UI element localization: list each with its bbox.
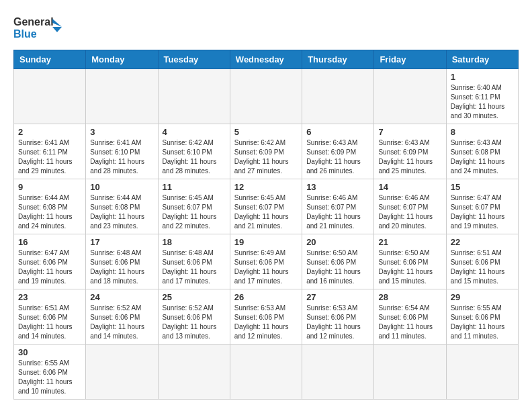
day-info: Sunrise: 6:47 AM Sunset: 6:06 PM Dayligh… xyxy=(18,248,81,286)
calendar-day-cell: 18Sunrise: 6:48 AM Sunset: 6:06 PM Dayli… xyxy=(158,234,230,289)
day-number: 9 xyxy=(18,182,81,192)
calendar-day-cell xyxy=(374,345,446,400)
day-info: Sunrise: 6:42 AM Sunset: 6:10 PM Dayligh… xyxy=(163,138,226,176)
day-info: Sunrise: 6:44 AM Sunset: 6:08 PM Dayligh… xyxy=(18,193,81,231)
day-info: Sunrise: 6:41 AM Sunset: 6:10 PM Dayligh… xyxy=(90,138,153,176)
svg-marker-3 xyxy=(52,27,62,32)
day-number: 2 xyxy=(18,127,81,137)
weekday-header: Monday xyxy=(86,50,158,69)
day-number: 1 xyxy=(451,72,514,82)
day-info: Sunrise: 6:44 AM Sunset: 6:08 PM Dayligh… xyxy=(90,193,153,231)
day-number: 23 xyxy=(18,292,81,302)
calendar-header-row: SundayMondayTuesdayWednesdayThursdayFrid… xyxy=(14,50,519,69)
day-info: Sunrise: 6:45 AM Sunset: 6:07 PM Dayligh… xyxy=(234,193,298,231)
calendar-week-row: 9Sunrise: 6:44 AM Sunset: 6:08 PM Daylig… xyxy=(14,179,519,234)
day-number: 16 xyxy=(18,237,81,247)
weekday-header: Saturday xyxy=(446,50,518,69)
calendar-day-cell: 14Sunrise: 6:46 AM Sunset: 6:07 PM Dayli… xyxy=(374,179,446,234)
svg-text:Blue: Blue xyxy=(13,28,37,40)
day-info: Sunrise: 6:49 AM Sunset: 6:06 PM Dayligh… xyxy=(234,248,298,286)
calendar-day-cell: 26Sunrise: 6:53 AM Sunset: 6:06 PM Dayli… xyxy=(230,289,302,345)
calendar-day-cell: 2Sunrise: 6:41 AM Sunset: 6:11 PM Daylig… xyxy=(14,124,86,179)
weekday-header: Thursday xyxy=(302,50,374,69)
day-info: Sunrise: 6:48 AM Sunset: 6:06 PM Dayligh… xyxy=(163,248,226,286)
calendar-day-cell: 4Sunrise: 6:42 AM Sunset: 6:10 PM Daylig… xyxy=(158,124,230,179)
day-info: Sunrise: 6:43 AM Sunset: 6:09 PM Dayligh… xyxy=(306,138,369,176)
day-info: Sunrise: 6:53 AM Sunset: 6:06 PM Dayligh… xyxy=(234,304,298,341)
day-info: Sunrise: 6:50 AM Sunset: 6:06 PM Dayligh… xyxy=(378,248,441,286)
day-info: Sunrise: 6:41 AM Sunset: 6:11 PM Dayligh… xyxy=(18,138,81,176)
weekday-header: Friday xyxy=(374,50,446,69)
page-header: GeneralBlue xyxy=(13,13,519,43)
calendar-day-cell: 30Sunrise: 6:55 AM Sunset: 6:06 PM Dayli… xyxy=(14,345,86,400)
calendar-day-cell xyxy=(158,345,230,400)
calendar-day-cell xyxy=(302,345,374,400)
calendar-day-cell: 24Sunrise: 6:52 AM Sunset: 6:06 PM Dayli… xyxy=(86,289,158,345)
day-number: 20 xyxy=(306,237,369,247)
calendar-week-row: 23Sunrise: 6:51 AM Sunset: 6:06 PM Dayli… xyxy=(14,289,519,345)
calendar-week-row: 1Sunrise: 6:40 AM Sunset: 6:11 PM Daylig… xyxy=(14,69,519,124)
calendar-day-cell xyxy=(230,69,302,124)
day-number: 4 xyxy=(163,127,226,137)
day-info: Sunrise: 6:46 AM Sunset: 6:07 PM Dayligh… xyxy=(378,193,441,231)
calendar-day-cell xyxy=(86,345,158,400)
calendar-day-cell: 1Sunrise: 6:40 AM Sunset: 6:11 PM Daylig… xyxy=(446,69,518,124)
day-info: Sunrise: 6:46 AM Sunset: 6:07 PM Dayligh… xyxy=(306,193,369,231)
day-number: 28 xyxy=(378,292,441,302)
calendar-day-cell: 15Sunrise: 6:47 AM Sunset: 6:07 PM Dayli… xyxy=(446,179,518,234)
svg-text:General: General xyxy=(13,16,54,28)
day-info: Sunrise: 6:48 AM Sunset: 6:06 PM Dayligh… xyxy=(90,248,153,286)
day-number: 21 xyxy=(378,237,441,247)
calendar-day-cell: 22Sunrise: 6:51 AM Sunset: 6:06 PM Dayli… xyxy=(446,234,518,289)
day-info: Sunrise: 6:43 AM Sunset: 6:09 PM Dayligh… xyxy=(378,138,441,176)
day-number: 29 xyxy=(451,292,514,302)
day-info: Sunrise: 6:50 AM Sunset: 6:06 PM Dayligh… xyxy=(306,248,369,286)
calendar-day-cell: 7Sunrise: 6:43 AM Sunset: 6:09 PM Daylig… xyxy=(374,124,446,179)
calendar-day-cell xyxy=(374,69,446,124)
day-number: 11 xyxy=(163,182,226,192)
calendar-day-cell: 3Sunrise: 6:41 AM Sunset: 6:10 PM Daylig… xyxy=(86,124,158,179)
calendar-day-cell: 9Sunrise: 6:44 AM Sunset: 6:08 PM Daylig… xyxy=(14,179,86,234)
day-number: 5 xyxy=(234,127,298,137)
day-info: Sunrise: 6:42 AM Sunset: 6:09 PM Dayligh… xyxy=(234,138,298,176)
calendar-day-cell xyxy=(158,69,230,124)
calendar-day-cell: 12Sunrise: 6:45 AM Sunset: 6:07 PM Dayli… xyxy=(230,179,302,234)
logo: GeneralBlue xyxy=(13,13,67,43)
calendar-day-cell xyxy=(86,69,158,124)
day-info: Sunrise: 6:54 AM Sunset: 6:06 PM Dayligh… xyxy=(378,304,441,341)
weekday-header: Tuesday xyxy=(158,50,230,69)
weekday-header: Wednesday xyxy=(230,50,302,69)
calendar-table: SundayMondayTuesdayWednesdayThursdayFrid… xyxy=(13,50,519,400)
calendar-day-cell: 23Sunrise: 6:51 AM Sunset: 6:06 PM Dayli… xyxy=(14,289,86,345)
day-number: 8 xyxy=(451,127,514,137)
calendar-day-cell: 21Sunrise: 6:50 AM Sunset: 6:06 PM Dayli… xyxy=(374,234,446,289)
day-info: Sunrise: 6:53 AM Sunset: 6:06 PM Dayligh… xyxy=(306,304,369,341)
day-number: 30 xyxy=(18,347,81,357)
calendar-day-cell: 6Sunrise: 6:43 AM Sunset: 6:09 PM Daylig… xyxy=(302,124,374,179)
calendar-day-cell: 11Sunrise: 6:45 AM Sunset: 6:07 PM Dayli… xyxy=(158,179,230,234)
calendar-week-row: 2Sunrise: 6:41 AM Sunset: 6:11 PM Daylig… xyxy=(14,124,519,179)
calendar-day-cell: 13Sunrise: 6:46 AM Sunset: 6:07 PM Dayli… xyxy=(302,179,374,234)
day-info: Sunrise: 6:43 AM Sunset: 6:08 PM Dayligh… xyxy=(451,138,514,176)
day-info: Sunrise: 6:55 AM Sunset: 6:06 PM Dayligh… xyxy=(451,304,514,341)
day-number: 10 xyxy=(90,182,153,192)
day-number: 13 xyxy=(306,182,369,192)
day-number: 15 xyxy=(451,182,514,192)
calendar-day-cell: 25Sunrise: 6:52 AM Sunset: 6:06 PM Dayli… xyxy=(158,289,230,345)
day-number: 6 xyxy=(306,127,369,137)
day-number: 25 xyxy=(163,292,226,302)
day-info: Sunrise: 6:51 AM Sunset: 6:06 PM Dayligh… xyxy=(18,304,81,341)
day-info: Sunrise: 6:40 AM Sunset: 6:11 PM Dayligh… xyxy=(451,83,514,121)
calendar-day-cell xyxy=(230,345,302,400)
calendar-day-cell: 20Sunrise: 6:50 AM Sunset: 6:06 PM Dayli… xyxy=(302,234,374,289)
day-info: Sunrise: 6:47 AM Sunset: 6:07 PM Dayligh… xyxy=(451,193,514,231)
calendar-day-cell: 27Sunrise: 6:53 AM Sunset: 6:06 PM Dayli… xyxy=(302,289,374,345)
day-number: 19 xyxy=(234,237,298,247)
day-info: Sunrise: 6:55 AM Sunset: 6:06 PM Dayligh… xyxy=(18,359,81,396)
calendar-day-cell: 10Sunrise: 6:44 AM Sunset: 6:08 PM Dayli… xyxy=(86,179,158,234)
calendar-day-cell: 28Sunrise: 6:54 AM Sunset: 6:06 PM Dayli… xyxy=(374,289,446,345)
day-number: 7 xyxy=(378,127,441,137)
day-info: Sunrise: 6:45 AM Sunset: 6:07 PM Dayligh… xyxy=(163,193,226,231)
day-number: 26 xyxy=(234,292,298,302)
calendar-day-cell: 5Sunrise: 6:42 AM Sunset: 6:09 PM Daylig… xyxy=(230,124,302,179)
